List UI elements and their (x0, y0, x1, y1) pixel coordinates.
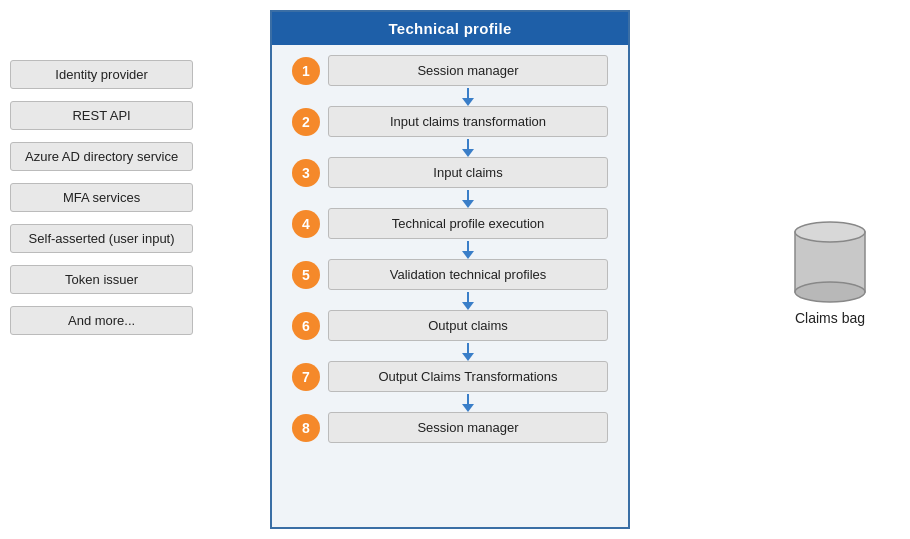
left-item-0: Identity provider (10, 60, 193, 89)
tp-header: Technical profile (272, 12, 628, 45)
svg-point-15 (795, 282, 865, 302)
step-num-8: 8 (292, 414, 320, 442)
left-item-1: REST API (10, 101, 193, 130)
step-1: 1Session manager (292, 55, 608, 86)
svg-marker-7 (462, 251, 474, 259)
step-num-6: 6 (292, 312, 320, 340)
step-box-6: Output claims (328, 310, 608, 341)
step-box-7: Output Claims Transformations (328, 361, 608, 392)
step-num-2: 2 (292, 108, 320, 136)
svg-marker-1 (462, 98, 474, 106)
step-box-1: Session manager (328, 55, 608, 86)
left-item-4: Self-asserted (user input) (10, 224, 193, 253)
svg-marker-5 (462, 200, 474, 208)
arrow-down-2 (458, 139, 478, 157)
arrow-down-4 (458, 241, 478, 259)
arrow-down-7 (458, 394, 478, 412)
step-num-3: 3 (292, 159, 320, 187)
step-8: 8Session manager (292, 412, 608, 443)
arrow-down-6 (458, 343, 478, 361)
step-box-3: Input claims (328, 157, 608, 188)
diagram: Identity providerREST APIAzure AD direct… (0, 0, 910, 539)
step-7: 7Output Claims Transformations (292, 361, 608, 392)
step-num-7: 7 (292, 363, 320, 391)
technical-profile-container: Technical profile 1Session manager 2Inpu… (270, 10, 630, 529)
svg-marker-13 (462, 404, 474, 412)
step-box-2: Input claims transformation (328, 106, 608, 137)
svg-marker-3 (462, 149, 474, 157)
step-4: 4Technical profile execution (292, 208, 608, 239)
step-box-8: Session manager (328, 412, 608, 443)
arrow-down-5 (458, 292, 478, 310)
step-box-4: Technical profile execution (328, 208, 608, 239)
step-num-4: 4 (292, 210, 320, 238)
tp-steps: 1Session manager 2Input claims transform… (272, 45, 628, 455)
arrow-down-1 (458, 88, 478, 106)
step-3: 3Input claims (292, 157, 608, 188)
arrow-down-3 (458, 190, 478, 208)
step-num-1: 1 (292, 57, 320, 85)
svg-marker-11 (462, 353, 474, 361)
left-item-3: MFA services (10, 183, 193, 212)
step-5: 5Validation technical profiles (292, 259, 608, 290)
left-item-6: And more... (10, 306, 193, 335)
svg-marker-9 (462, 302, 474, 310)
left-item-2: Azure AD directory service (10, 142, 193, 171)
claims-bag-label: Claims bag (795, 310, 865, 326)
left-item-5: Token issuer (10, 265, 193, 294)
left-items-list: Identity providerREST APIAzure AD direct… (10, 60, 193, 335)
step-2: 2Input claims transformation (292, 106, 608, 137)
step-6: 6Output claims (292, 310, 608, 341)
svg-point-16 (795, 222, 865, 242)
step-num-5: 5 (292, 261, 320, 289)
claims-bag-icon (790, 214, 870, 304)
step-box-5: Validation technical profiles (328, 259, 608, 290)
claims-bag: Claims bag (790, 214, 870, 326)
